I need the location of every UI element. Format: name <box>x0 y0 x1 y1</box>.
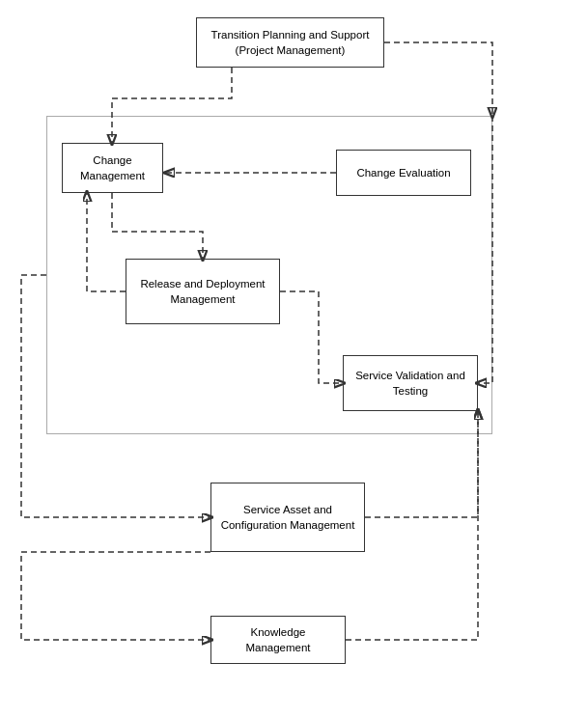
diagram: Transition Planning and Support (Project… <box>0 0 588 718</box>
service-validation-label: Service Validation and Testing <box>351 368 469 399</box>
change-evaluation-box: Change Evaluation <box>336 150 471 196</box>
release-deployment-label: Release and Deployment Management <box>134 276 271 307</box>
service-validation-box: Service Validation and Testing <box>343 355 478 411</box>
knowledge-management-box: Knowledge Management <box>210 616 346 664</box>
knowledge-management-label: Knowledge Management <box>219 624 337 655</box>
change-evaluation-label: Change Evaluation <box>356 165 450 180</box>
change-management-box: Change Management <box>62 143 163 193</box>
service-asset-box: Service Asset and Configuration Manageme… <box>210 483 365 552</box>
service-asset-label: Service Asset and Configuration Manageme… <box>219 502 356 533</box>
transition-planning-label: Transition Planning and Support (Project… <box>205 27 376 58</box>
release-deployment-box: Release and Deployment Management <box>126 259 280 324</box>
transition-planning-box: Transition Planning and Support (Project… <box>196 17 384 68</box>
change-management-label: Change Management <box>70 152 154 183</box>
